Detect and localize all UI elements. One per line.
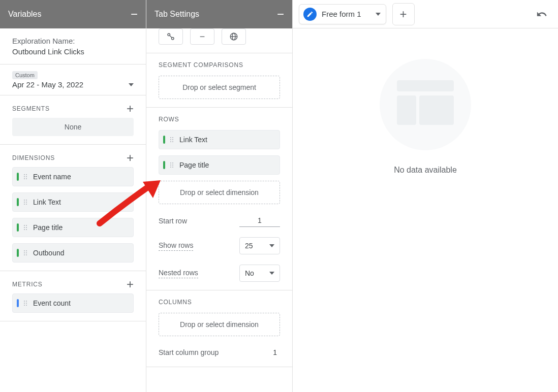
canvas-tab[interactable]: Free form 1	[299, 4, 386, 24]
row-label: Page title	[179, 161, 209, 169]
technique-option[interactable]: −	[190, 28, 214, 45]
dimension-pill[interactable]: Outbound	[12, 243, 134, 263]
rows-section: ROWS Link Text Page title Drop or select…	[146, 108, 292, 290]
add-tab-button[interactable]: +	[392, 3, 415, 25]
start-row-input[interactable]: 1	[239, 214, 280, 227]
empty-state-text: No data available	[394, 166, 457, 175]
dimension-pill[interactable]: Link Text	[12, 192, 134, 212]
nested-rows-value: No	[245, 269, 254, 277]
start-column-group-value[interactable]: 1	[270, 346, 280, 358]
dimension-label: Outbound	[33, 249, 65, 257]
date-range-section[interactable]: Custom Apr 22 - May 3, 2022	[0, 64, 146, 95]
segments-none: None	[12, 118, 134, 136]
chevron-down-icon	[129, 83, 134, 86]
date-range-value: Apr 22 - May 3, 2022	[12, 80, 83, 89]
dimension-stripe	[17, 223, 19, 232]
segment-drop-zone[interactable]: Drop or select segment	[159, 76, 280, 99]
add-dimension-button[interactable]: +	[127, 153, 134, 163]
technique-option[interactable]	[222, 28, 246, 45]
technique-option[interactable]	[159, 28, 183, 45]
nested-rows-label: Nested rows	[159, 269, 198, 278]
nested-rows-select[interactable]: No	[239, 265, 280, 282]
segments-section: SEGMENTS + None	[0, 95, 146, 145]
dimensions-title: DIMENSIONS	[12, 154, 55, 161]
dimension-pill[interactable]: Event name	[12, 167, 134, 186]
chevron-down-icon[interactable]	[376, 13, 381, 16]
variables-panel: Variables − Exploration Name: Outbound L…	[0, 0, 146, 392]
dimension-stripe	[17, 198, 19, 206]
add-segment-button[interactable]: +	[127, 104, 134, 114]
plus-icon: +	[400, 7, 407, 21]
dimension-label: Link Text	[33, 198, 61, 206]
columns-drop-zone[interactable]: Drop or select dimension	[159, 313, 280, 336]
variables-title: Variables	[8, 10, 42, 19]
exploration-name-label: Exploration Name:	[12, 37, 134, 45]
rows-drop-zone[interactable]: Drop or select dimension	[159, 181, 280, 204]
columns-title: COLUMNS	[159, 299, 280, 306]
dimension-pill[interactable]: Page title	[12, 218, 134, 237]
show-rows-select[interactable]: 25	[239, 237, 280, 254]
technique-icon-bar: −	[146, 28, 292, 53]
drag-handle-icon	[170, 162, 174, 168]
dimensions-section: DIMENSIONS + Event name Link Text Page t	[0, 145, 146, 271]
metric-label: Event count	[33, 299, 71, 307]
show-rows-value: 25	[245, 242, 253, 250]
metric-pill[interactable]: Event count	[12, 293, 134, 313]
collapse-variables-icon[interactable]: −	[131, 8, 138, 20]
drag-handle-icon	[24, 200, 28, 205]
columns-section: COLUMNS Drop or select dimension Start c…	[146, 290, 292, 367]
segments-title: SEGMENTS	[12, 105, 50, 112]
pencil-icon	[303, 8, 317, 21]
chevron-down-icon	[269, 244, 274, 247]
svg-line-2	[170, 36, 172, 38]
dimension-stripe	[17, 173, 19, 181]
drag-handle-icon	[24, 225, 28, 230]
dimension-stripe	[163, 136, 165, 144]
drag-handle-icon	[24, 301, 28, 306]
dimension-label: Page title	[33, 223, 63, 232]
empty-state-illustration	[380, 59, 471, 150]
dimension-label: Event name	[33, 173, 71, 181]
start-row-label: Start row	[159, 217, 187, 225]
exploration-name-value[interactable]: Outbound Link Clicks	[12, 47, 134, 56]
minus-icon: −	[200, 31, 205, 42]
segment-comparisons-section: SEGMENT COMPARISONS Drop or select segme…	[146, 53, 292, 108]
exploration-name-section: Exploration Name: Outbound Link Clicks	[0, 28, 146, 64]
drag-handle-icon	[24, 174, 28, 179]
undo-button[interactable]	[532, 4, 552, 24]
canvas-panel: Free form 1 + No data available	[293, 0, 558, 392]
canvas-tab-label: Free form 1	[322, 10, 361, 18]
start-column-group-label: Start column group	[159, 348, 219, 356]
chevron-down-icon	[269, 272, 274, 275]
tab-settings-title: Tab Settings	[154, 10, 199, 19]
collapse-tab-settings-icon[interactable]: −	[277, 8, 284, 20]
metrics-section: METRICS + Event count	[0, 271, 146, 321]
date-range-chip: Custom	[12, 71, 38, 79]
drag-handle-icon	[24, 250, 28, 255]
drag-handle-icon	[170, 137, 174, 142]
canvas-body: No data available	[293, 28, 558, 392]
dimension-stripe	[163, 161, 165, 169]
show-rows-label: Show rows	[159, 241, 193, 251]
undo-icon	[536, 9, 547, 20]
metric-stripe	[17, 299, 19, 307]
canvas-tab-bar: Free form 1 +	[293, 0, 558, 28]
row-label: Link Text	[179, 136, 207, 144]
tab-settings-header: Tab Settings −	[146, 0, 292, 28]
metrics-title: METRICS	[12, 281, 43, 288]
row-pill[interactable]: Link Text	[159, 130, 280, 149]
variables-header: Variables −	[0, 0, 146, 28]
tab-settings-panel: Tab Settings − − SEGMENT COMPARISONS Dro…	[146, 0, 293, 392]
dimension-stripe	[17, 249, 19, 257]
rows-title: ROWS	[159, 116, 280, 123]
segment-comparisons-title: SEGMENT COMPARISONS	[159, 61, 280, 69]
row-pill[interactable]: Page title	[159, 155, 280, 175]
add-metric-button[interactable]: +	[127, 279, 134, 289]
